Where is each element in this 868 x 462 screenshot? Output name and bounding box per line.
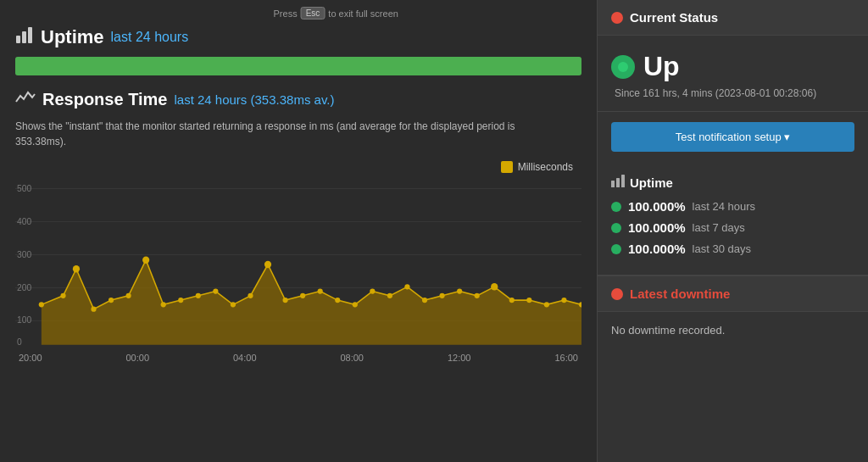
svg-point-35 [387, 293, 392, 298]
svg-point-22 [161, 302, 166, 307]
svg-point-27 [248, 293, 253, 298]
uptime-pct-2: 100.000% [628, 242, 686, 256]
uptime-dot-1 [611, 223, 621, 233]
x-label-3: 08:00 [340, 353, 364, 363]
svg-point-18 [91, 306, 96, 311]
downtime-icon [611, 288, 623, 300]
uptime-bar-icon [611, 174, 625, 191]
uptime-pct-0: 100.000% [628, 199, 686, 214]
svg-text:400: 400 [17, 217, 31, 226]
svg-point-44 [544, 302, 549, 307]
response-title-row: Response Time last 24 hours (353.38ms av… [15, 89, 581, 110]
svg-point-28 [264, 261, 271, 268]
svg-point-21 [142, 257, 149, 264]
svg-rect-49 [621, 175, 625, 187]
svg-rect-2 [28, 27, 32, 43]
svg-point-45 [561, 298, 566, 303]
svg-point-29 [283, 298, 288, 303]
latest-downtime-header: Latest downtime [598, 276, 868, 312]
x-label-1: 00:00 [125, 353, 149, 363]
svg-point-15 [39, 302, 44, 307]
svg-point-43 [526, 298, 531, 303]
svg-rect-0 [16, 36, 20, 43]
svg-point-25 [213, 288, 218, 293]
svg-point-23 [178, 298, 183, 303]
uptime-period-2: last 30 days [693, 242, 751, 255]
uptime-progress-bar [15, 57, 581, 75]
response-main-label: Response Time [42, 90, 167, 109]
svg-text:300: 300 [17, 249, 31, 259]
svg-text:0: 0 [17, 337, 22, 347]
uptime-row-2: 100.000% last 30 days [611, 242, 854, 256]
uptime-stats-title: Uptime [630, 175, 673, 190]
uptime-pct-1: 100.000% [628, 220, 686, 235]
chart-legend: Milliseconds [501, 161, 573, 173]
chart-area: Milliseconds 500 400 300 200 100 0 [15, 161, 581, 448]
hint-suffix: to exit full screen [328, 8, 398, 19]
legend-color-box [501, 161, 513, 173]
status-up-icon [611, 55, 635, 79]
uptime-dot-2 [611, 244, 621, 254]
response-time-icon [15, 89, 36, 110]
status-since: Since 161 hrs, 4 mins (2023-08-01 00:28:… [615, 87, 854, 99]
legend-label: Milliseconds [518, 161, 573, 173]
svg-rect-48 [616, 178, 620, 187]
svg-point-32 [335, 298, 340, 303]
svg-point-40 [475, 293, 480, 298]
x-label-4: 12:00 [448, 353, 471, 363]
svg-point-42 [509, 298, 515, 303]
svg-marker-14 [42, 260, 581, 345]
current-status-title: Current Status [630, 10, 718, 25]
uptime-row-1: 100.000% last 7 days [611, 220, 854, 235]
uptime-period-0: last 24 hours [693, 200, 755, 213]
uptime-main-label: Uptime [41, 26, 104, 48]
svg-text:200: 200 [17, 282, 31, 292]
response-sub-label: last 24 hours (353.38ms av.) [174, 92, 334, 107]
current-status-header: Current Status [598, 0, 868, 36]
svg-point-39 [457, 288, 462, 293]
uptime-stats-title-row: Uptime [611, 174, 854, 191]
svg-point-26 [231, 302, 236, 307]
status-up-row: Up [611, 51, 854, 82]
svg-point-41 [491, 283, 498, 290]
esc-key: Esc [301, 7, 326, 19]
svg-point-20 [126, 293, 131, 298]
uptime-sub-label: last 24 hours [111, 30, 189, 45]
uptime-progress-fill [15, 57, 581, 75]
x-axis-labels: 20:00 00:00 04:00 08:00 12:00 16:00 [15, 349, 581, 363]
svg-point-33 [353, 302, 358, 307]
current-status-icon [611, 12, 623, 24]
uptime-period-1: last 7 days [693, 221, 745, 234]
x-label-5: 16:00 [554, 353, 578, 363]
status-up-section: Up Since 161 hrs, 4 mins (2023-08-01 00:… [598, 36, 868, 112]
test-notification-button[interactable]: Test notification setup ▾ [611, 122, 854, 152]
hint-bar: Press Esc to exit full screen [274, 7, 398, 19]
uptime-dot-0 [611, 202, 621, 212]
svg-point-30 [300, 293, 305, 298]
uptime-stats-section: Uptime 100.000% last 24 hours 100.000% l… [598, 162, 868, 276]
svg-point-16 [60, 293, 65, 298]
right-panel: Current Status Up Since 161 hrs, 4 mins … [597, 0, 868, 462]
response-description: Shows the "instant" that the monitor sta… [15, 119, 558, 149]
chart-svg: 500 400 300 200 100 0 [15, 180, 581, 349]
x-label-0: 20:00 [19, 353, 42, 363]
status-up-label: Up [643, 51, 680, 82]
x-label-2: 04:00 [233, 353, 257, 363]
svg-point-19 [108, 298, 114, 303]
svg-point-24 [196, 293, 201, 298]
svg-text:100: 100 [17, 315, 31, 325]
svg-text:500: 500 [17, 184, 31, 193]
svg-point-38 [439, 293, 444, 298]
no-downtime-message: No downtime recorded. [598, 312, 868, 348]
uptime-title-row: Uptime last 24 hours [15, 25, 581, 48]
svg-point-17 [73, 265, 80, 272]
uptime-row-0: 100.000% last 24 hours [611, 199, 854, 214]
hint-prefix: Press [274, 8, 298, 19]
svg-rect-1 [22, 31, 26, 43]
svg-point-34 [370, 288, 375, 293]
svg-rect-47 [611, 181, 615, 187]
bar-chart-icon [15, 25, 34, 48]
svg-point-36 [404, 284, 409, 289]
svg-point-31 [318, 288, 323, 293]
svg-point-37 [422, 298, 427, 303]
